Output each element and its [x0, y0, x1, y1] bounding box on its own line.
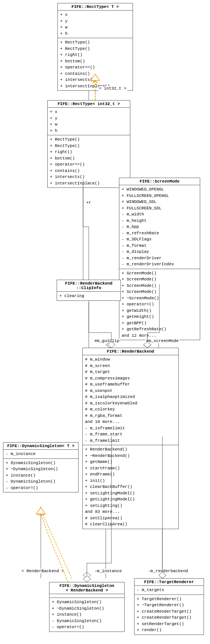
box-recttype-t-title: FIFE::RectType< T >	[58, 3, 133, 11]
box-targetrenderer-fields: - m_targets	[134, 586, 204, 595]
box-targetrenderer-title: FIFE::TargetRenderer	[134, 579, 204, 586]
box-recttype-int32-methods: + RectType() + RectType() + right() + bo…	[48, 135, 130, 187]
box-dynamicsingleton-rb: FIFE::DynamicSingleton< RenderBackend > …	[49, 582, 125, 632]
box-recttype-int32-title: FIFE::RectType< int32_t >	[48, 101, 130, 108]
svg-line-40	[41, 514, 49, 537]
box-renderbackend-methods: + RenderBackend() + ~RenderBackend() + g…	[83, 445, 178, 529]
box-recttype-int32: FIFE::RectType< int32_t > + x + y + w + …	[47, 100, 130, 188]
m-renderbackend-label: -m_renderbackend	[147, 569, 189, 573]
box-dynamicsingleton-t-fields: - m_instance	[3, 450, 78, 459]
box-recttype-t-methods: + RectType() + RectType() + right() + bo…	[58, 38, 133, 90]
diagram-container: FIFE::RectType< T > + x + y + w + h + Re…	[0, 0, 210, 644]
box-recttype-t-fields: + x + y + w + h	[58, 11, 133, 38]
box-screenmode-title: FIFE::ScreenMode	[119, 178, 200, 185]
m-instance-label: -m_instance	[94, 569, 123, 573]
svg-marker-17	[38, 510, 44, 515]
box-renderbackend-title: FIFE::RenderBackend	[83, 348, 178, 355]
svg-marker-9	[106, 342, 113, 348]
svg-line-39	[49, 537, 68, 582]
box-dynamicsingleton-t-title: FIFE::DynamicSingleton< T >	[3, 443, 78, 450]
box-screenmode: FIFE::ScreenMode + WINDOWED_OPENGL + FUL…	[119, 178, 200, 340]
svg-line-16	[41, 510, 72, 578]
renderbackend-template-label: < RenderBackend >	[21, 569, 65, 573]
m-screenmode-label: #m_screenMode	[145, 339, 179, 343]
box-screenmode-fields: + WINDOWED_OPENGL + FULLSCREEN_OPENGL + …	[119, 185, 200, 269]
box-dynamicsingleton-rb-empty	[49, 594, 124, 598]
box-clipinfo-fields: + clearing	[57, 292, 120, 300]
svg-marker-36	[83, 576, 91, 582]
svg-marker-11	[144, 342, 151, 348]
box-renderbackend-fields: # m_window # m_screen # m_target # m_com…	[83, 355, 178, 445]
box-dynamicsingleton-t-methods: + DynamicSingleton() + ~DynamicSingleton…	[3, 459, 78, 492]
svg-marker-41	[36, 508, 45, 514]
box-dynamicsingleton-t: FIFE::DynamicSingleton< T > - m_instance…	[3, 442, 79, 492]
box-targetrenderer-methods: + TargetRenderer() + ~TargetRenderer() +…	[134, 595, 204, 635]
box-targetrenderer: FIFE::TargetRenderer - m_targets + Targe…	[134, 578, 204, 635]
box-clipinfo-title: FIFE::RenderBackend::ClipInfo	[57, 280, 120, 292]
template-label-int32: < int32_t >	[98, 86, 127, 91]
box-renderbackend: FIFE::RenderBackend # m_window # m_scree…	[82, 348, 179, 529]
box-screenmode-methods: + ScreenMode() + ScreenMode() + ScreenMo…	[119, 269, 200, 340]
box-dynamicsingleton-rb-title: FIFE::DynamicSingleton< RenderBackend >	[49, 582, 124, 594]
m-guiclip-label: #m_guiClip	[94, 339, 120, 343]
box-clipinfo: FIFE::RenderBackend::ClipInfo + clearing	[57, 280, 121, 301]
box-recttype-t: FIFE::RectType< T > + x + y + w + h + Re…	[57, 3, 133, 91]
svg-marker-13	[83, 572, 91, 578]
plus-r-label: +r	[85, 200, 92, 205]
box-recttype-int32-fields: + x + y + w + h	[48, 108, 130, 135]
box-dynamicsingleton-rb-methods: + DynamicSingleton() + ~DynamicSingleton…	[49, 598, 124, 632]
